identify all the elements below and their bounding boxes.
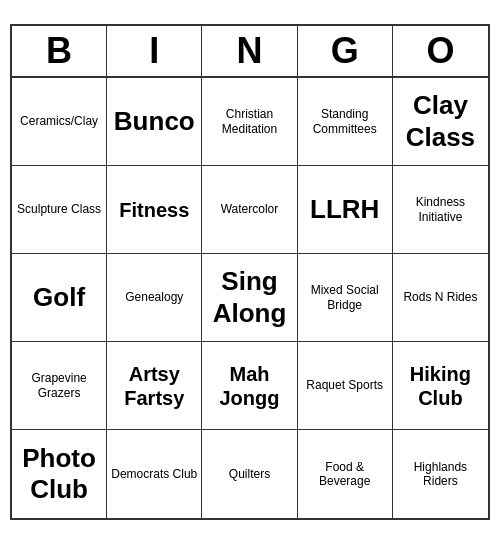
bingo-cell-2: Christian Meditation xyxy=(202,78,297,166)
bingo-cell-18: Raquet Sports xyxy=(298,342,393,430)
header-cell-B: B xyxy=(12,26,107,76)
bingo-header: BINGO xyxy=(12,26,488,78)
bingo-cell-12: Sing Along xyxy=(202,254,297,342)
bingo-cell-11: Genealogy xyxy=(107,254,202,342)
header-cell-I: I xyxy=(107,26,202,76)
bingo-cell-15: Grapevine Grazers xyxy=(12,342,107,430)
bingo-cell-6: Fitness xyxy=(107,166,202,254)
bingo-cell-10: Golf xyxy=(12,254,107,342)
bingo-cell-16: Artsy Fartsy xyxy=(107,342,202,430)
bingo-cell-21: Democrats Club xyxy=(107,430,202,518)
bingo-card: BINGO Ceramics/ClayBuncoChristian Medita… xyxy=(10,24,490,520)
bingo-cell-13: Mixed Social Bridge xyxy=(298,254,393,342)
bingo-cell-5: Sculpture Class xyxy=(12,166,107,254)
bingo-cell-7: Watercolor xyxy=(202,166,297,254)
bingo-cell-17: Mah Jongg xyxy=(202,342,297,430)
bingo-cell-22: Quilters xyxy=(202,430,297,518)
bingo-cell-24: Highlands Riders xyxy=(393,430,488,518)
bingo-grid: Ceramics/ClayBuncoChristian MeditationSt… xyxy=(12,78,488,518)
bingo-cell-3: Standing Committees xyxy=(298,78,393,166)
header-cell-N: N xyxy=(202,26,297,76)
bingo-cell-4: Clay Class xyxy=(393,78,488,166)
bingo-cell-19: Hiking Club xyxy=(393,342,488,430)
bingo-cell-8: LLRH xyxy=(298,166,393,254)
bingo-cell-20: Photo Club xyxy=(12,430,107,518)
bingo-cell-23: Food & Beverage xyxy=(298,430,393,518)
bingo-cell-14: Rods N Rides xyxy=(393,254,488,342)
header-cell-G: G xyxy=(298,26,393,76)
bingo-cell-0: Ceramics/Clay xyxy=(12,78,107,166)
bingo-cell-9: Kindness Initiative xyxy=(393,166,488,254)
bingo-cell-1: Bunco xyxy=(107,78,202,166)
header-cell-O: O xyxy=(393,26,488,76)
